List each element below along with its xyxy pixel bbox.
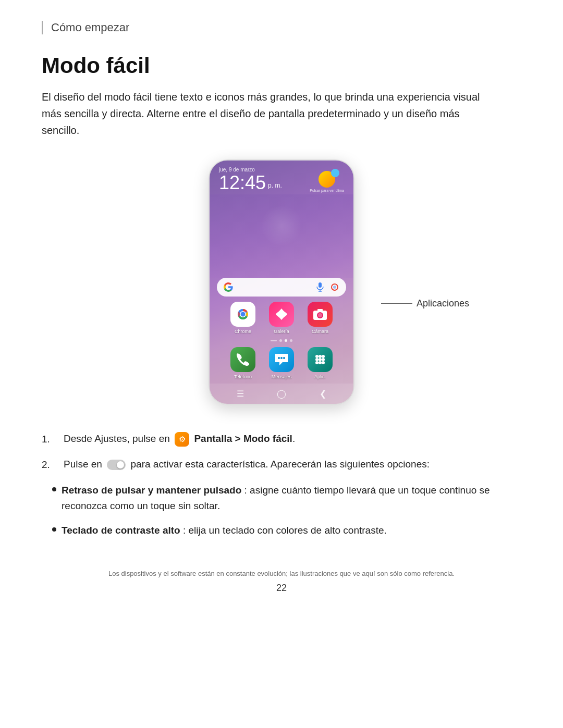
- svg-point-14: [280, 357, 283, 359]
- wallpaper-area: [210, 194, 353, 278]
- svg-point-23: [319, 361, 322, 364]
- nav-home-icon: ◯: [277, 389, 286, 399]
- svg-point-8: [241, 312, 246, 317]
- weather-icon: [319, 171, 335, 188]
- annotation-line: [381, 303, 412, 304]
- aplic-icon: [308, 347, 333, 372]
- section-description: El diseño del modo fácil tiene texto e i…: [42, 89, 490, 139]
- bullet-2-bold: Teclado de contraste alto: [62, 525, 180, 536]
- camera-app-icon: [308, 302, 333, 327]
- svg-rect-12: [317, 309, 323, 311]
- step-2-content: Pulse en para activar esta característic…: [64, 456, 521, 472]
- app-messages: Mensajes: [266, 347, 297, 379]
- messages-app-icon: [269, 347, 294, 372]
- time-text: 12:45: [219, 174, 266, 192]
- svg-point-21: [322, 358, 325, 361]
- time-ampm: p. m.: [268, 182, 282, 189]
- annotation-label: Aplicaciones: [417, 298, 469, 309]
- svg-point-22: [315, 361, 319, 364]
- svg-point-15: [283, 357, 285, 359]
- settings-icon: ⚙: [175, 432, 189, 447]
- annotation: Aplicaciones: [381, 298, 469, 309]
- bullet-1: Retraso de pulsar y mantener pulsado : a…: [52, 483, 521, 514]
- toggle-icon: [107, 460, 126, 470]
- time-block: jue, 9 de marzo 12:45 p. m.: [219, 167, 282, 192]
- chapter-title: Cómo empezar: [51, 21, 129, 34]
- galeria-label: Galería: [274, 329, 289, 334]
- page-indicator: [210, 339, 353, 342]
- phone-label: Teléfono: [234, 374, 252, 379]
- chrome-icon: [230, 302, 255, 327]
- nav-back-icon: ❮: [320, 389, 326, 399]
- svg-point-4: [333, 286, 336, 289]
- dot-4: [290, 339, 292, 342]
- bullet-dot-1: [52, 487, 56, 491]
- app-chrome: Chrome: [228, 302, 258, 334]
- bullet-2: Teclado de contraste alto : elija un tec…: [52, 523, 521, 538]
- messages-label: Mensajes: [272, 374, 292, 379]
- microphone-icon: [315, 282, 325, 292]
- step-2-text-after: para activar esta característica. Aparec…: [131, 459, 430, 470]
- step-1-text-before: Desde Ajustes, pulse en: [64, 433, 173, 444]
- time-row: jue, 9 de marzo 12:45 p. m. Pulsar para …: [219, 167, 344, 192]
- phone-illustration-wrapper: jue, 9 de marzo 12:45 p. m. Pulsar para …: [42, 159, 521, 405]
- page-footer: Los dispositivos y el software están en …: [42, 570, 521, 594]
- camera-label: Cámara: [312, 329, 328, 334]
- svg-point-13: [278, 357, 280, 359]
- svg-rect-0: [319, 282, 322, 288]
- dot-1: [271, 340, 277, 341]
- phone-mockup: jue, 9 de marzo 12:45 p. m. Pulsar para …: [209, 159, 354, 405]
- svg-point-11: [318, 313, 322, 317]
- chapter-header: Cómo empezar: [42, 21, 521, 34]
- camera-search-icon: [329, 282, 340, 292]
- status-bar: jue, 9 de marzo 12:45 p. m. Pulsar para …: [210, 161, 353, 192]
- steps-section: 1. Desde Ajustes, pulse en ⚙ Pantalla > …: [42, 431, 521, 538]
- app-row-1: Chrome Galería: [217, 302, 346, 334]
- weather-widget: Pulsar para ver clima: [310, 171, 344, 192]
- step-2: 2. Pulse en para activar esta caracterís…: [42, 456, 521, 473]
- dot-3: [285, 339, 287, 342]
- svg-point-24: [322, 361, 325, 364]
- chrome-label: Chrome: [235, 329, 251, 334]
- step-1-num: 1.: [42, 431, 57, 447]
- bullet-1-bold: Retraso de pulsar y mantener pulsado: [62, 485, 241, 496]
- google-logo: [223, 282, 234, 292]
- svg-point-18: [322, 355, 325, 358]
- nav-bar: ☰ ◯ ❮: [210, 384, 353, 404]
- weather-label: Pulsar para ver clima: [310, 189, 344, 192]
- footer-note: Los dispositivos y el software están en …: [42, 570, 521, 577]
- svg-point-16: [315, 355, 319, 358]
- svg-point-19: [315, 358, 319, 361]
- aplic-label: Aplic.: [314, 374, 326, 379]
- section-title: Modo fácil: [42, 53, 521, 78]
- galeria-icon: [269, 302, 294, 327]
- step-2-num: 2.: [42, 456, 57, 473]
- step-1-content: Desde Ajustes, pulse en ⚙ Pantalla > Mod…: [64, 431, 521, 447]
- bullet-2-content: Teclado de contraste alto : elija un tec…: [62, 523, 387, 538]
- bullet-2-text: : elija un teclado con colores de alto c…: [183, 525, 387, 536]
- step-1-bold: Pantalla > Modo fácil: [194, 433, 292, 444]
- step-2-text-before: Pulse en: [64, 459, 105, 470]
- app-row-2: Teléfono Mensajes: [217, 347, 346, 379]
- svg-point-17: [319, 355, 322, 358]
- page-container: Cómo empezar Modo fácil El diseño del mo…: [0, 0, 563, 625]
- dot-2: [279, 339, 282, 342]
- app-phone: Teléfono: [228, 347, 258, 379]
- svg-point-20: [319, 358, 322, 361]
- bullet-section: Retraso de pulsar y mantener pulsado : a…: [42, 483, 521, 538]
- page-number: 22: [42, 583, 521, 594]
- app-aplic: Aplic.: [305, 347, 335, 379]
- step-1: 1. Desde Ajustes, pulse en ⚙ Pantalla > …: [42, 431, 521, 447]
- app-galeria: Galería: [266, 302, 297, 334]
- search-bar[interactable]: [217, 278, 346, 297]
- nav-recent-icon: ☰: [237, 389, 244, 399]
- app-camera: Cámara: [305, 302, 335, 334]
- step-1-period: .: [292, 433, 295, 444]
- bullet-dot-2: [52, 527, 56, 532]
- bullet-1-content: Retraso de pulsar y mantener pulsado : a…: [62, 483, 521, 514]
- phone-app-icon: [230, 347, 255, 372]
- wallpaper-pattern: [261, 205, 302, 246]
